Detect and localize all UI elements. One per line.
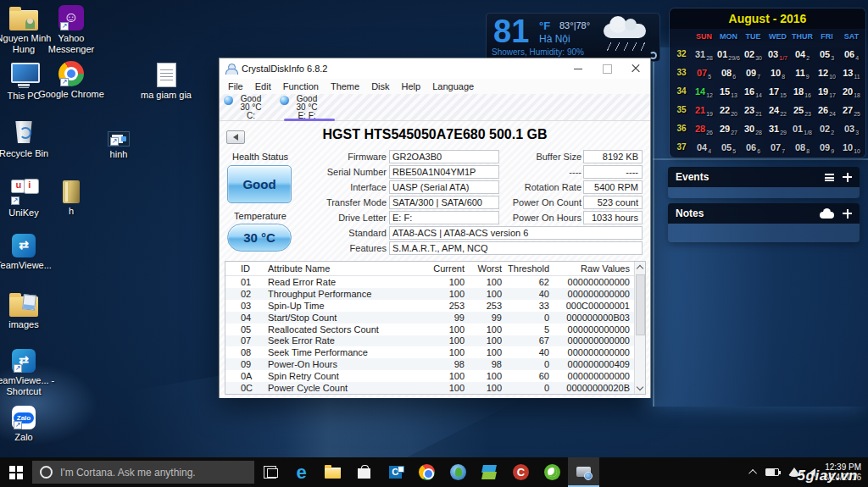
desktop-icon[interactable]: Zalo Zalo bbox=[0, 406, 57, 443]
camfrog-icon[interactable] bbox=[442, 457, 474, 487]
cortana-search-box[interactable] bbox=[32, 461, 254, 484]
minimize-button[interactable] bbox=[564, 58, 593, 79]
scrollbar-thumb[interactable] bbox=[636, 274, 645, 335]
table-row[interactable]: 04 Start/Stop Count 99 99 0 000000000B03 bbox=[225, 312, 634, 324]
task-view-icon[interactable] bbox=[254, 457, 286, 487]
calendar-day-cell[interactable]: 119 bbox=[790, 64, 815, 80]
field-value-box[interactable]: S.M.A.R.T., APM, NCQ bbox=[389, 241, 643, 255]
show-hidden-icons-icon[interactable] bbox=[748, 469, 757, 478]
table-row[interactable]: 07 Seek Error Rate 100 100 67 0000000000… bbox=[225, 335, 634, 347]
calendar-day-cell[interactable]: 1614 bbox=[741, 83, 765, 98]
calendar-day-cell[interactable]: 1715 bbox=[765, 83, 790, 98]
add-event-icon[interactable] bbox=[843, 173, 852, 182]
table-row[interactable]: 02 Throughput Performance 100 100 40 000… bbox=[225, 288, 634, 300]
table-row[interactable]: 05 Reallocated Sectors Count 100 100 5 0… bbox=[225, 324, 634, 335]
table-row[interactable]: 0A Spin Retry Count 100 100 60 000000000… bbox=[225, 370, 634, 382]
calendar-day-cell[interactable]: 022 bbox=[815, 120, 839, 136]
column-header-current[interactable]: Current bbox=[417, 263, 470, 274]
calendar-day-cell[interactable]: 2826 bbox=[692, 120, 716, 136]
store-icon[interactable] bbox=[348, 457, 380, 487]
cloud-sync-icon[interactable] bbox=[820, 212, 834, 219]
calendar-day-cell[interactable]: 2523 bbox=[790, 102, 815, 117]
column-header-worst[interactable]: Worst bbox=[470, 263, 507, 274]
calendar-day-cell[interactable]: 088 bbox=[790, 139, 815, 154]
calendar-day-cell[interactable]: 2422 bbox=[765, 102, 790, 117]
menu-item[interactable]: Help bbox=[396, 81, 427, 91]
calendar-day-cell[interactable]: 077 bbox=[765, 139, 790, 154]
calendar-day-cell[interactable]: 033 bbox=[839, 120, 864, 136]
calendar-day-cell[interactable]: 053 bbox=[815, 46, 839, 61]
calendar-day-cell[interactable]: 0230 bbox=[741, 46, 765, 61]
calendar-day-cell[interactable]: 097 bbox=[741, 64, 765, 80]
calendar-day-cell[interactable]: 086 bbox=[716, 64, 741, 80]
calendar-day-cell[interactable]: 011/8 bbox=[790, 120, 815, 136]
desktop-icon[interactable]: images bbox=[0, 291, 57, 330]
scroll-down-icon[interactable] bbox=[637, 384, 643, 390]
calendar-day-cell[interactable]: 108 bbox=[765, 64, 790, 80]
disk-tab[interactable]: Good 30 °C C: bbox=[223, 94, 279, 120]
column-header-name[interactable]: Attribute Name bbox=[268, 263, 417, 274]
table-row[interactable]: 09 Power-On Hours 98 98 0 000000000409 bbox=[225, 358, 634, 370]
calendar-day-cell[interactable]: 042 bbox=[790, 46, 815, 61]
chrome-tb-icon[interactable] bbox=[411, 457, 442, 487]
desktop-icon[interactable]: ⇄ TeamViewe... - Shortcut bbox=[0, 349, 57, 397]
file-explorer-icon[interactable] bbox=[317, 457, 348, 487]
disk-tab[interactable]: Good 30 °C E: F: bbox=[279, 94, 335, 120]
menu-icon[interactable] bbox=[825, 174, 834, 181]
menu-item[interactable]: Function bbox=[277, 81, 325, 91]
column-header-threshold[interactable]: Threshold bbox=[507, 263, 554, 274]
menu-item[interactable]: Theme bbox=[325, 81, 365, 91]
calendar-day-cell[interactable]: 3028 bbox=[741, 120, 765, 136]
calendar-day-cell[interactable]: 044 bbox=[692, 139, 716, 154]
menu-item[interactable]: File bbox=[222, 81, 249, 91]
scroll-up-icon[interactable] bbox=[637, 265, 643, 272]
start-button[interactable] bbox=[0, 457, 32, 487]
calendar-day-cell[interactable]: 2321 bbox=[741, 102, 765, 117]
calendar-day-cell[interactable]: 066 bbox=[741, 139, 765, 154]
field-value-box[interactable]: 1033 hours bbox=[583, 211, 643, 224]
calendar-day-cell[interactable]: 064 bbox=[839, 46, 864, 61]
calendar-day-cell[interactable]: 0129/6 bbox=[716, 46, 741, 61]
desktop-icon[interactable]: Google Chrome bbox=[38, 61, 104, 100]
calendar-day-cell[interactable]: 031/7 bbox=[765, 46, 790, 61]
calendar-day-cell[interactable]: 075 bbox=[692, 64, 716, 80]
column-header-id[interactable]: ID bbox=[241, 263, 268, 274]
crystaldiskinfo-icon[interactable] bbox=[568, 457, 599, 487]
table-row[interactable]: 0C Power Cycle Count 100 100 0 000000000… bbox=[225, 382, 634, 394]
calendar-day-cell[interactable]: 099 bbox=[815, 139, 839, 154]
desktop-icon[interactable]: h bbox=[38, 178, 104, 217]
search-input[interactable] bbox=[60, 467, 247, 479]
calendar-day-cell[interactable]: 055 bbox=[716, 139, 741, 154]
calendar-day-cell[interactable]: 2624 bbox=[815, 102, 839, 117]
back-button[interactable] bbox=[226, 130, 245, 144]
field-value-box[interactable]: ATA8-ACS | ATA8-ACS version 6 bbox=[389, 226, 643, 240]
desktop-icon[interactable]: hinh bbox=[86, 125, 152, 160]
calendar-day-cell[interactable]: 1816 bbox=[790, 83, 815, 98]
calendar-day-cell[interactable]: 2220 bbox=[716, 102, 741, 117]
desktop-icon[interactable]: ⇄ TeamViewe... bbox=[0, 234, 57, 271]
table-row[interactable]: 08 Seek Time Performance 100 100 40 0000… bbox=[225, 346, 634, 358]
table-row[interactable]: 01 Read Error Rate 100 100 62 0000000000… bbox=[225, 276, 634, 288]
add-note-icon[interactable] bbox=[843, 209, 852, 219]
field-value-box[interactable]: 523 count bbox=[583, 196, 643, 209]
menu-item[interactable]: Disk bbox=[365, 81, 395, 91]
calendar-day-cell[interactable]: 2725 bbox=[839, 102, 864, 117]
column-header-raw[interactable]: Raw Values bbox=[554, 263, 634, 274]
field-value-box[interactable]: ---- bbox=[583, 165, 643, 179]
calendar-day-cell[interactable]: 2018 bbox=[839, 83, 864, 98]
calendar-day-cell[interactable]: 3128 bbox=[692, 46, 716, 61]
close-button[interactable] bbox=[621, 58, 650, 79]
calendar-day-cell[interactable]: 1917 bbox=[815, 83, 839, 98]
maximize-button[interactable] bbox=[593, 58, 621, 79]
field-value-box[interactable]: 5400 RPM bbox=[583, 180, 643, 194]
calendar-day-cell[interactable]: 1010 bbox=[839, 139, 864, 154]
menu-item[interactable]: Edit bbox=[249, 81, 277, 91]
desktop-icon[interactable]: ☺ Yahoo Messenger bbox=[38, 5, 104, 55]
desktop-icon[interactable]: ma giam gia bbox=[133, 61, 199, 101]
bluestacks-icon[interactable] bbox=[474, 457, 505, 487]
calendar-day-cell[interactable]: 2927 bbox=[716, 120, 741, 136]
edge-icon[interactable]: e bbox=[286, 457, 317, 487]
calendar-day-cell[interactable]: 1513 bbox=[716, 83, 741, 98]
calendar-day-cell[interactable]: 1412 bbox=[692, 83, 716, 98]
calendar-day-cell[interactable]: 2119 bbox=[692, 102, 716, 117]
